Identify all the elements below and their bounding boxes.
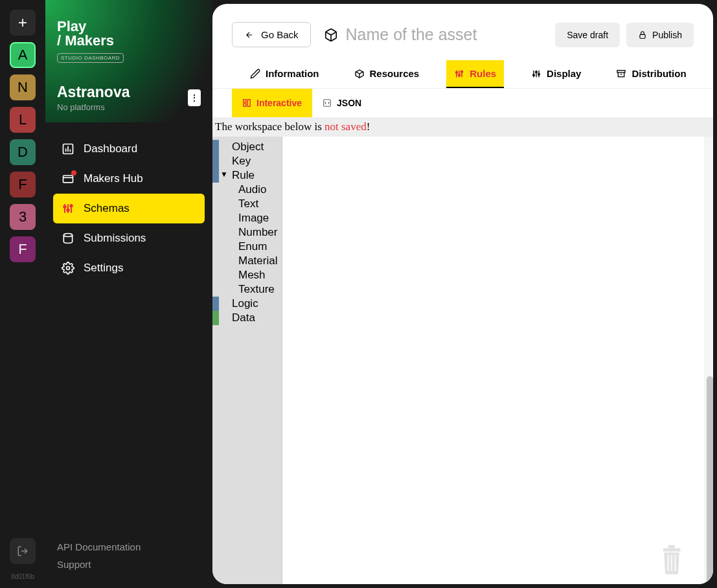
project-menu-button[interactable]: ⋮ (188, 89, 201, 106)
toolbox-sub-text[interactable]: Text (212, 197, 282, 211)
toolbox-sub-enum[interactable]: Enum (212, 240, 282, 254)
publish-label: Publish (652, 30, 682, 40)
lock-icon (638, 30, 647, 40)
api-docs-link[interactable]: API Documentation (57, 541, 201, 552)
nav-settings[interactable]: Settings (53, 253, 205, 283)
go-back-button[interactable]: Go Back (232, 22, 311, 47)
tab-information[interactable]: Information (242, 60, 327, 88)
rail-project-f2[interactable]: F (10, 236, 36, 262)
project-subtitle: No platforms (57, 102, 130, 112)
rail-project-d[interactable]: D (10, 139, 36, 165)
nav-makers-hub[interactable]: Makers Hub (53, 164, 205, 194)
tab-label: Information (266, 68, 319, 79)
icon-rail: + A N L D F 3 F 8d01f6b (0, 0, 45, 588)
submissions-icon (62, 232, 74, 245)
settings-icon (62, 262, 74, 275)
nav-item-label: Submissions (84, 232, 146, 245)
nav-dashboard[interactable]: Dashboard (53, 134, 205, 164)
save-draft-label: Save draft (567, 30, 608, 40)
layout-icon (242, 98, 251, 107)
dashboard-icon (62, 142, 74, 155)
tab-label: Resources (370, 68, 420, 79)
arrow-left-icon (244, 30, 255, 40)
nav-submissions[interactable]: Submissions (53, 223, 205, 253)
svg-rect-1 (63, 175, 73, 183)
svg-point-6 (67, 267, 70, 270)
toolbox-sub-audio[interactable]: Audio (212, 183, 282, 197)
tab-display[interactable]: Display (523, 60, 589, 88)
main-panel: Go Back Name of the asset Save draft Pub… (212, 4, 713, 584)
toolbox-sub-material[interactable]: Material (212, 254, 282, 268)
tab-label: Distribution (632, 68, 686, 79)
toolbox-sub-number[interactable]: Number (212, 225, 282, 240)
brand-line2: / Makers (57, 34, 201, 48)
workspace-banner: The workspace below is not saved! (212, 117, 713, 137)
blockly-workspace: Object Key Rule Audio Text Image Number … (212, 137, 713, 584)
svg-rect-17 (247, 100, 250, 107)
tab-distribution[interactable]: Distribution (608, 60, 694, 88)
build-hash: 8d01f6b (11, 573, 34, 580)
rail-project-3[interactable]: 3 (10, 204, 36, 230)
rail-project-l[interactable]: L (10, 107, 36, 133)
toolbox-sub-image[interactable]: Image (212, 211, 282, 225)
svg-rect-22 (667, 555, 669, 571)
svg-point-2 (63, 206, 65, 208)
nav-item-label: Settings (84, 262, 123, 275)
sub-tabs: Interactive JSON (212, 89, 713, 117)
nav-item-label: Dashboard (84, 142, 137, 155)
toolbox-sub-mesh[interactable]: Mesh (212, 268, 282, 282)
banner-status: not saved (324, 120, 367, 133)
schemas-icon (62, 202, 74, 215)
asset-title-field[interactable]: Name of the asset (324, 25, 543, 44)
svg-rect-20 (663, 548, 681, 552)
tab-label: Display (547, 68, 581, 79)
sidebar-nav: Dashboard Makers Hub Schemas Submissions (45, 122, 212, 530)
nav-item-label: Schemas (84, 202, 130, 215)
svg-point-5 (63, 234, 72, 237)
toolbox-cat-rule[interactable]: Rule (212, 168, 282, 183)
svg-point-4 (70, 205, 72, 207)
scroll-thumb[interactable] (707, 376, 713, 583)
cube-icon (324, 28, 338, 42)
tab-resources[interactable]: Resources (347, 60, 427, 88)
logout-button[interactable] (10, 538, 36, 564)
sidebar: Play / Makers STUDIO DASHBOARD Astranova… (45, 0, 212, 588)
svg-rect-14 (617, 70, 625, 72)
svg-point-8 (456, 71, 458, 73)
archive-icon (616, 69, 626, 79)
nav-schemas[interactable]: Schemas (53, 194, 205, 223)
main-tabs: Information Resources Rules Display Dist… (212, 47, 713, 89)
subtab-interactive[interactable]: Interactive (232, 89, 312, 117)
logout-icon (17, 545, 28, 557)
vertical-scrollbar[interactable] (704, 137, 713, 584)
toolbox-cat-key[interactable]: Key (212, 154, 282, 168)
banner-prefix: The workspace below is (215, 120, 324, 133)
publish-button[interactable]: Publish (626, 23, 694, 47)
tab-rules[interactable]: Rules (446, 60, 504, 88)
tab-label: Rules (470, 68, 496, 79)
svg-rect-19 (324, 100, 331, 107)
toolbox-cat-object[interactable]: Object (212, 140, 282, 154)
rail-add-button[interactable]: + (10, 10, 36, 36)
notification-dot (71, 170, 76, 175)
save-draft-button[interactable]: Save draft (555, 23, 620, 47)
brand-badge: STUDIO DASHBOARD (57, 53, 124, 63)
workspace-wrap: The workspace below is not saved! Object… (212, 117, 713, 584)
support-link[interactable]: Support (57, 559, 201, 570)
rail-project-n[interactable]: N (10, 74, 36, 100)
banner-suffix: ! (367, 120, 370, 133)
go-back-label: Go Back (261, 29, 299, 40)
cube-icon (354, 69, 365, 79)
subtab-json[interactable]: JSON (312, 89, 372, 117)
toolbox-sub-texture[interactable]: Texture (212, 282, 282, 297)
trash-icon[interactable] (659, 544, 685, 576)
blockly-canvas[interactable] (282, 137, 704, 584)
rail-project-f1[interactable]: F (10, 172, 36, 198)
sliders2-icon (531, 69, 541, 79)
code-icon (323, 98, 332, 107)
subtab-label: JSON (337, 98, 361, 108)
toolbox-cat-data[interactable]: Data (212, 311, 282, 325)
rail-project-a[interactable]: A (10, 42, 36, 68)
project-name: Astranova (57, 84, 130, 101)
toolbox-cat-logic[interactable]: Logic (212, 297, 282, 311)
